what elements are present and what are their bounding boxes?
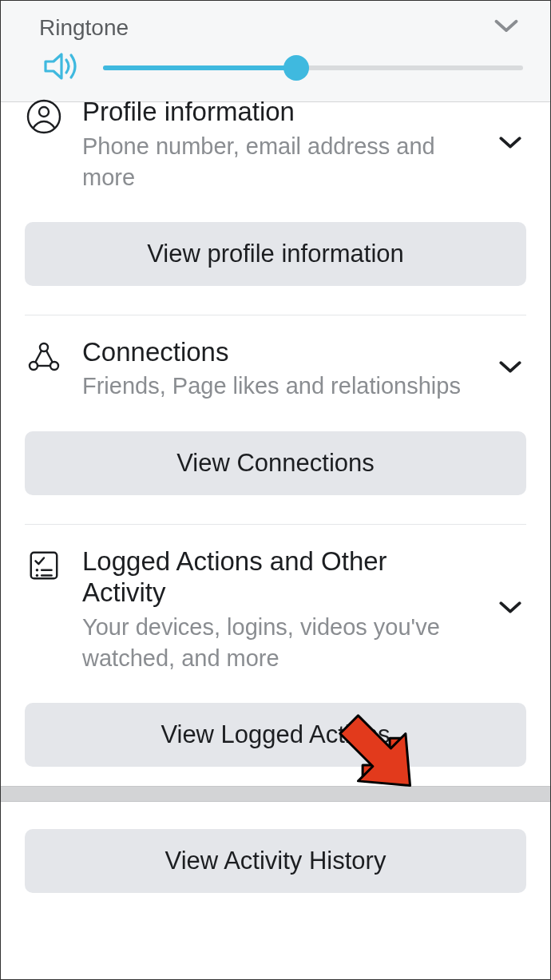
svg-line-5: [35, 351, 42, 363]
svg-line-6: [46, 351, 53, 363]
svg-point-3: [30, 362, 38, 370]
svg-point-11: [36, 573, 38, 576]
logged-actions-title: Logged Actions and Other Activity: [82, 546, 474, 609]
chevron-down-icon: [493, 359, 526, 379]
view-connections-button[interactable]: View Connections: [25, 431, 526, 495]
connections-icon: [25, 336, 63, 375]
logged-actions-row[interactable]: Logged Actions and Other Activity Your d…: [25, 525, 526, 674]
connections-title: Connections: [82, 336, 474, 368]
person-icon: [25, 96, 63, 134]
view-profile-info-button[interactable]: View profile information: [25, 222, 526, 286]
chevron-down-icon[interactable]: [494, 18, 518, 38]
chevron-down-icon: [493, 600, 526, 619]
speaker-icon: [42, 50, 81, 85]
section-separator: [1, 786, 550, 802]
view-logged-actions-button[interactable]: View Logged Actions: [25, 703, 526, 767]
logged-actions-subtitle: Your devices, logins, videos you've watc…: [82, 612, 474, 674]
checklist-icon: [25, 546, 63, 582]
chevron-down-icon: [493, 135, 526, 154]
svg-point-2: [40, 343, 48, 351]
volume-panel: Ringtone: [1, 1, 550, 102]
profile-info-subtitle: Phone number, email address and more: [82, 131, 474, 193]
connections-row[interactable]: Connections Friends, Page likes and rela…: [25, 315, 526, 403]
volume-slider[interactable]: [103, 65, 523, 70]
svg-point-4: [50, 362, 58, 370]
view-activity-history-button[interactable]: View Activity History: [25, 829, 526, 893]
connections-subtitle: Friends, Page likes and relationships: [82, 371, 474, 402]
svg-point-9: [36, 569, 38, 571]
profile-info-title: Profile information: [82, 96, 474, 128]
profile-info-row[interactable]: Profile information Phone number, email …: [25, 96, 526, 193]
svg-point-1: [39, 107, 49, 117]
volume-label: Ringtone: [39, 15, 129, 41]
